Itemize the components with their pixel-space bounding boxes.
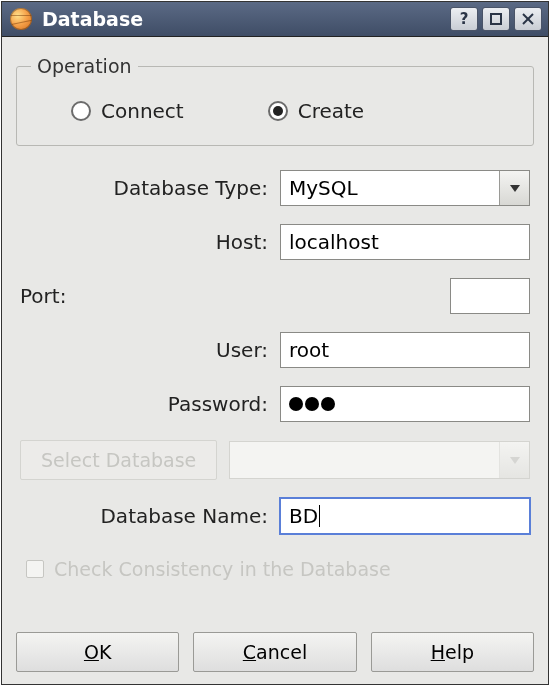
maximize-icon[interactable] bbox=[482, 7, 510, 31]
password-input[interactable] bbox=[280, 386, 530, 422]
db-type-combo[interactable]: MySQL bbox=[280, 170, 530, 206]
svg-rect-0 bbox=[491, 14, 501, 24]
host-label: Host: bbox=[20, 230, 270, 254]
window-title: Database bbox=[42, 8, 450, 30]
help-button[interactable]: Help bbox=[371, 632, 534, 672]
host-value: localhost bbox=[289, 230, 379, 254]
titlebar[interactable]: Database ? bbox=[2, 2, 548, 37]
db-type-value: MySQL bbox=[289, 176, 358, 200]
form-grid: Database Type: MySQL Host: localhost Por… bbox=[20, 170, 530, 580]
dialog-window: Database ? Operation Connect Create bbox=[1, 1, 549, 685]
chevron-down-icon[interactable] bbox=[499, 171, 529, 205]
database-list-combo bbox=[229, 441, 530, 479]
user-value: root bbox=[289, 338, 329, 362]
password-label: Password: bbox=[20, 392, 270, 416]
radio-icon bbox=[71, 101, 91, 121]
operation-legend: Operation bbox=[31, 55, 138, 77]
ok-button[interactable]: OK bbox=[16, 632, 179, 672]
db-type-label: Database Type: bbox=[20, 176, 270, 200]
host-input[interactable]: localhost bbox=[280, 224, 530, 260]
text-cursor bbox=[319, 505, 320, 527]
check-consistency-checkbox: Check Consistency in the Database bbox=[20, 558, 530, 580]
password-mask-icon bbox=[289, 397, 335, 411]
radio-create[interactable]: Create bbox=[268, 99, 364, 123]
window-controls: ? bbox=[450, 7, 542, 31]
user-input[interactable]: root bbox=[280, 332, 530, 368]
port-input[interactable] bbox=[450, 278, 530, 314]
dialog-body: Operation Connect Create Database Type: … bbox=[2, 37, 548, 684]
check-consistency-label: Check Consistency in the Database bbox=[54, 558, 391, 580]
checkbox-icon bbox=[26, 560, 44, 578]
db-name-value: BD bbox=[289, 504, 318, 528]
port-label: Port: bbox=[20, 284, 68, 308]
app-icon bbox=[10, 8, 32, 30]
db-name-input[interactable]: BD bbox=[280, 498, 530, 534]
button-bar: OK Cancel Help bbox=[16, 618, 534, 672]
user-label: User: bbox=[20, 338, 270, 362]
radio-connect[interactable]: Connect bbox=[71, 99, 184, 123]
cancel-button[interactable]: Cancel bbox=[193, 632, 356, 672]
radio-icon bbox=[268, 101, 288, 121]
db-name-label: Database Name: bbox=[20, 504, 270, 528]
radio-connect-label: Connect bbox=[101, 99, 184, 123]
radio-create-label: Create bbox=[298, 99, 364, 123]
chevron-down-icon bbox=[499, 442, 529, 478]
select-database-button: Select Database bbox=[20, 440, 217, 480]
help-icon[interactable]: ? bbox=[450, 7, 478, 31]
operation-group: Operation Connect Create bbox=[16, 55, 534, 146]
close-icon[interactable] bbox=[514, 7, 542, 31]
